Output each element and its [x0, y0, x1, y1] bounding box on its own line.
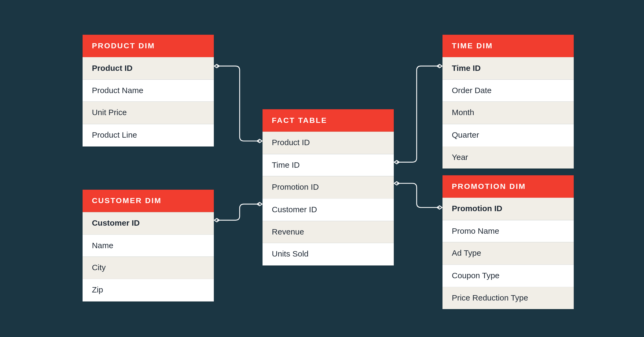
field-quarter: Quarter	[442, 124, 574, 146]
table-customer-dim: CUSTOMER DIM Customer ID Name City Zip	[83, 190, 214, 301]
field-promotion-id: Promotion ID	[262, 176, 394, 199]
field-ad-type: Ad Type	[442, 242, 574, 265]
field-price-reduction-type: Price Reduction Type	[442, 287, 574, 309]
field-order-date: Order Date	[442, 79, 574, 102]
field-promo-name: Promo Name	[442, 220, 574, 242]
field-product-id: Product ID	[83, 57, 214, 79]
field-units-sold: Units Sold	[262, 243, 394, 265]
field-city: City	[83, 257, 214, 279]
table-time-dim: TIME DIM Time ID Order Date Month Quarte…	[442, 35, 574, 169]
table-promotion-dim: PROMOTION DIM Promotion ID Promo Name Ad…	[442, 175, 574, 309]
field-unit-price: Unit Price	[83, 102, 214, 124]
connector-time-to-fact	[397, 66, 440, 162]
field-customer-id: Customer ID	[262, 199, 394, 221]
table-fact: FACT TABLE Product ID Time ID Promotion …	[262, 109, 394, 265]
connector-customer-to-fact	[217, 204, 259, 220]
field-promotion-id: Promotion ID	[442, 198, 574, 220]
table-product-dim: PRODUCT DIM Product ID Product Name Unit…	[83, 35, 214, 146]
field-product-line: Product Line	[83, 124, 214, 146]
field-time-id: Time ID	[262, 154, 394, 176]
field-month: Month	[442, 102, 574, 124]
field-zip: Zip	[83, 279, 214, 301]
connector-promotion-to-fact	[397, 183, 440, 207]
table-header: FACT TABLE	[262, 109, 394, 132]
table-header: PRODUCT DIM	[83, 35, 214, 57]
field-name: Name	[83, 235, 214, 257]
field-coupon-type: Coupon Type	[442, 265, 574, 287]
table-header: CUSTOMER DIM	[83, 190, 214, 212]
field-time-id: Time ID	[442, 57, 574, 79]
field-product-name: Product Name	[83, 79, 214, 102]
field-year: Year	[442, 146, 574, 169]
table-header: PROMOTION DIM	[442, 175, 574, 198]
connector-product-to-fact	[217, 66, 259, 141]
diagram-stage: PRODUCT DIM Product ID Product Name Unit…	[0, 0, 644, 337]
table-header: TIME DIM	[442, 35, 574, 57]
field-customer-id: Customer ID	[83, 212, 214, 235]
field-revenue: Revenue	[262, 221, 394, 243]
field-product-id: Product ID	[262, 132, 394, 154]
